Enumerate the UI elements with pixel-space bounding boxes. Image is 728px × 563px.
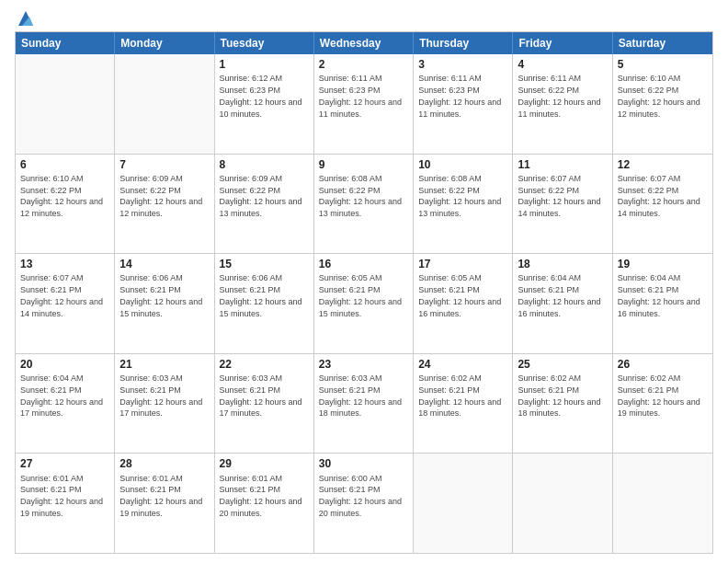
page: SundayMondayTuesdayWednesdayThursdayFrid…	[0, 0, 728, 563]
day-number: 5	[618, 57, 708, 72]
cell-info: Sunrise: 6:01 AM Sunset: 6:21 PM Dayligh…	[220, 474, 302, 518]
calendar-cell: 8Sunrise: 6:09 AM Sunset: 6:22 PM Daylig…	[215, 155, 314, 254]
day-number: 4	[518, 57, 607, 72]
calendar-cell: 6Sunrise: 6:10 AM Sunset: 6:22 PM Daylig…	[16, 155, 115, 254]
cell-info: Sunrise: 6:00 AM Sunset: 6:21 PM Dayligh…	[319, 474, 402, 518]
day-number: 3	[418, 57, 507, 72]
calendar: SundayMondayTuesdayWednesdayThursdayFrid…	[15, 31, 713, 554]
day-number: 17	[418, 257, 507, 271]
day-number: 26	[618, 357, 708, 372]
header-day-tuesday: Tuesday	[215, 32, 314, 54]
calendar-cell: 24Sunrise: 6:02 AM Sunset: 6:21 PM Dayli…	[414, 354, 513, 454]
calendar-cell: 15Sunrise: 6:06 AM Sunset: 6:21 PM Dayli…	[215, 254, 314, 353]
calendar-row: 6Sunrise: 6:10 AM Sunset: 6:22 PM Daylig…	[16, 154, 712, 254]
cell-info: Sunrise: 6:07 AM Sunset: 6:22 PM Dayligh…	[518, 174, 600, 218]
day-number: 20	[20, 357, 109, 372]
day-number: 13	[20, 257, 109, 271]
cell-info: Sunrise: 6:03 AM Sunset: 6:21 PM Dayligh…	[119, 373, 202, 418]
cell-info: Sunrise: 6:12 AM Sunset: 6:23 PM Dayligh…	[220, 74, 302, 118]
day-number: 30	[319, 456, 408, 471]
calendar-body: 1Sunrise: 6:12 AM Sunset: 6:23 PM Daylig…	[16, 54, 712, 553]
calendar-cell: 3Sunrise: 6:11 AM Sunset: 6:23 PM Daylig…	[414, 54, 513, 154]
day-number: 24	[418, 357, 507, 372]
day-number: 6	[20, 157, 109, 172]
calendar-cell: 12Sunrise: 6:07 AM Sunset: 6:22 PM Dayli…	[613, 155, 712, 254]
day-number: 29	[220, 456, 309, 471]
cell-info: Sunrise: 6:06 AM Sunset: 6:21 PM Dayligh…	[119, 273, 202, 317]
calendar-cell: 5Sunrise: 6:10 AM Sunset: 6:22 PM Daylig…	[613, 54, 712, 154]
cell-info: Sunrise: 6:03 AM Sunset: 6:21 PM Dayligh…	[319, 373, 402, 418]
header	[15, 11, 713, 24]
cell-info: Sunrise: 6:08 AM Sunset: 6:22 PM Dayligh…	[319, 174, 402, 218]
calendar-cell	[115, 54, 214, 154]
calendar-cell: 27Sunrise: 6:01 AM Sunset: 6:21 PM Dayli…	[16, 454, 115, 553]
day-number: 10	[418, 157, 507, 172]
cell-info: Sunrise: 6:01 AM Sunset: 6:21 PM Dayligh…	[20, 474, 103, 518]
header-day-sunday: Sunday	[16, 32, 115, 54]
cell-info: Sunrise: 6:07 AM Sunset: 6:22 PM Dayligh…	[618, 174, 700, 218]
calendar-cell: 17Sunrise: 6:05 AM Sunset: 6:21 PM Dayli…	[414, 254, 513, 353]
header-day-wednesday: Wednesday	[314, 32, 414, 54]
cell-info: Sunrise: 6:03 AM Sunset: 6:21 PM Dayligh…	[220, 373, 302, 418]
calendar-cell: 21Sunrise: 6:03 AM Sunset: 6:21 PM Dayli…	[115, 354, 214, 454]
calendar-row: 1Sunrise: 6:12 AM Sunset: 6:23 PM Daylig…	[16, 54, 712, 154]
header-day-monday: Monday	[115, 32, 214, 54]
calendar-cell: 1Sunrise: 6:12 AM Sunset: 6:23 PM Daylig…	[215, 54, 314, 154]
calendar-cell: 10Sunrise: 6:08 AM Sunset: 6:22 PM Dayli…	[414, 155, 513, 254]
cell-info: Sunrise: 6:04 AM Sunset: 6:21 PM Dayligh…	[518, 273, 600, 317]
calendar-row: 13Sunrise: 6:07 AM Sunset: 6:21 PM Dayli…	[16, 253, 712, 353]
day-number: 23	[319, 357, 408, 372]
logo-icon	[17, 9, 35, 28]
calendar-cell: 29Sunrise: 6:01 AM Sunset: 6:21 PM Dayli…	[215, 454, 314, 553]
calendar-cell	[513, 454, 612, 553]
calendar-cell: 18Sunrise: 6:04 AM Sunset: 6:21 PM Dayli…	[513, 254, 612, 353]
day-number: 12	[618, 157, 708, 172]
calendar-cell: 16Sunrise: 6:05 AM Sunset: 6:21 PM Dayli…	[314, 254, 414, 353]
calendar-cell: 30Sunrise: 6:00 AM Sunset: 6:21 PM Dayli…	[314, 454, 414, 553]
day-number: 9	[319, 157, 408, 172]
calendar-row: 27Sunrise: 6:01 AM Sunset: 6:21 PM Dayli…	[16, 453, 712, 553]
cell-info: Sunrise: 6:06 AM Sunset: 6:21 PM Dayligh…	[220, 273, 302, 317]
header-day-saturday: Saturday	[613, 32, 712, 54]
calendar-row: 20Sunrise: 6:04 AM Sunset: 6:21 PM Dayli…	[16, 353, 712, 454]
cell-info: Sunrise: 6:09 AM Sunset: 6:22 PM Dayligh…	[119, 174, 202, 218]
cell-info: Sunrise: 6:01 AM Sunset: 6:21 PM Dayligh…	[119, 474, 202, 518]
calendar-cell	[16, 54, 115, 154]
calendar-cell	[414, 454, 513, 553]
day-number: 2	[319, 57, 408, 72]
day-number: 1	[220, 57, 309, 72]
day-number: 11	[518, 157, 607, 172]
day-number: 7	[119, 157, 209, 172]
cell-info: Sunrise: 6:09 AM Sunset: 6:22 PM Dayligh…	[220, 174, 302, 218]
cell-info: Sunrise: 6:02 AM Sunset: 6:21 PM Dayligh…	[418, 373, 501, 418]
calendar-cell	[613, 454, 712, 553]
calendar-cell: 28Sunrise: 6:01 AM Sunset: 6:21 PM Dayli…	[115, 454, 214, 553]
cell-info: Sunrise: 6:11 AM Sunset: 6:23 PM Dayligh…	[418, 74, 501, 118]
day-number: 8	[220, 157, 309, 172]
calendar-cell: 7Sunrise: 6:09 AM Sunset: 6:22 PM Daylig…	[115, 155, 214, 254]
calendar-cell: 22Sunrise: 6:03 AM Sunset: 6:21 PM Dayli…	[215, 354, 314, 454]
calendar-cell: 2Sunrise: 6:11 AM Sunset: 6:23 PM Daylig…	[314, 54, 414, 154]
calendar-cell: 26Sunrise: 6:02 AM Sunset: 6:21 PM Dayli…	[613, 354, 712, 454]
cell-info: Sunrise: 6:04 AM Sunset: 6:21 PM Dayligh…	[20, 373, 103, 418]
cell-info: Sunrise: 6:05 AM Sunset: 6:21 PM Dayligh…	[319, 273, 402, 317]
calendar-cell: 23Sunrise: 6:03 AM Sunset: 6:21 PM Dayli…	[314, 354, 414, 454]
cell-info: Sunrise: 6:11 AM Sunset: 6:23 PM Dayligh…	[319, 74, 402, 118]
calendar-cell: 4Sunrise: 6:11 AM Sunset: 6:22 PM Daylig…	[513, 54, 612, 154]
calendar-header: SundayMondayTuesdayWednesdayThursdayFrid…	[16, 32, 712, 54]
cell-info: Sunrise: 6:02 AM Sunset: 6:21 PM Dayligh…	[518, 373, 600, 418]
day-number: 27	[20, 456, 109, 471]
day-number: 14	[119, 257, 209, 271]
cell-info: Sunrise: 6:10 AM Sunset: 6:22 PM Dayligh…	[20, 174, 103, 218]
calendar-cell: 11Sunrise: 6:07 AM Sunset: 6:22 PM Dayli…	[513, 155, 612, 254]
cell-info: Sunrise: 6:07 AM Sunset: 6:21 PM Dayligh…	[20, 273, 103, 317]
header-day-friday: Friday	[513, 32, 612, 54]
cell-info: Sunrise: 6:10 AM Sunset: 6:22 PM Dayligh…	[618, 74, 700, 118]
day-number: 16	[319, 257, 408, 271]
day-number: 15	[220, 257, 309, 271]
day-number: 18	[518, 257, 607, 271]
calendar-cell: 25Sunrise: 6:02 AM Sunset: 6:21 PM Dayli…	[513, 354, 612, 454]
day-number: 22	[220, 357, 309, 372]
cell-info: Sunrise: 6:11 AM Sunset: 6:22 PM Dayligh…	[518, 74, 600, 118]
cell-info: Sunrise: 6:08 AM Sunset: 6:22 PM Dayligh…	[418, 174, 501, 218]
